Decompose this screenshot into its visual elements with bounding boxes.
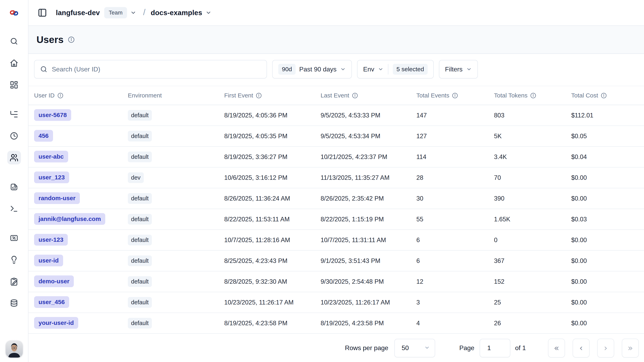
user-id-badge[interactable]: user-id — [34, 255, 63, 266]
total-tokens-cell: 0 — [494, 236, 571, 244]
project-chevron-down-icon[interactable] — [206, 10, 212, 16]
total-events-cell: 12 — [416, 278, 494, 285]
last-event-cell: 8/19/2025, 4:23:58 PM — [320, 320, 416, 327]
first-event-cell: 8/26/2025, 11:36:24 AM — [224, 195, 320, 202]
user-id-badge[interactable]: your-user-id — [34, 317, 78, 329]
table-row[interactable]: user-5678 default 8/19/2025, 4:05:36 PM … — [28, 105, 644, 126]
project-name[interactable]: docs-examples — [150, 9, 202, 17]
last-event-cell: 9/30/2025, 2:54:48 PM — [320, 278, 416, 285]
first-event-cell: 8/19/2025, 3:36:27 PM — [224, 153, 320, 161]
page-number-input[interactable] — [480, 339, 510, 357]
next-page-button[interactable]: › — [597, 338, 614, 357]
sidebar-item-scores[interactable] — [7, 231, 21, 245]
table-row[interactable]: your-user-id default 8/19/2025, 4:23:58 … — [28, 313, 644, 334]
rows-per-page-label: Rows per page — [345, 344, 388, 352]
table-row[interactable]: user_123 dev 10/6/2025, 3:16:12 PM 11/13… — [28, 167, 644, 188]
last-event-cell: 9/1/2025, 3:51:43 PM — [320, 257, 416, 264]
table-row[interactable]: 456 default 8/19/2025, 4:05:35 PM 9/5/20… — [28, 126, 644, 147]
date-range-button[interactable]: 90d Past 90 days — [272, 60, 352, 79]
table-row[interactable]: user-id default 8/25/2025, 4:23:43 PM 9/… — [28, 251, 644, 271]
org-chevron-down-icon[interactable] — [130, 10, 136, 16]
sidebar-item-users[interactable] — [7, 151, 21, 164]
sidebar-item-search[interactable] — [7, 34, 21, 48]
search-input[interactable] — [52, 66, 261, 73]
content: 90d Past 90 days Env 5 selected Filters — [28, 54, 644, 362]
prev-page-button[interactable]: ‹ — [572, 338, 590, 357]
table-row[interactable]: user-123 default 10/7/2025, 11:28:16 AM … — [28, 230, 644, 251]
sidebar-item-tracing[interactable] — [7, 107, 21, 121]
table-body: user-5678 default 8/19/2025, 4:05:36 PM … — [28, 105, 644, 334]
user-id-badge[interactable]: user-5678 — [34, 109, 71, 121]
sessions-icon — [10, 132, 18, 140]
table-row[interactable]: demo-user default 8/28/2025, 9:32:30 AM … — [28, 271, 644, 292]
filters-button[interactable]: Filters — [439, 60, 478, 79]
user-id-badge[interactable]: user_123 — [34, 172, 69, 183]
sidebar-item-home[interactable] — [7, 56, 21, 70]
env-filter-button[interactable]: Env 5 selected — [357, 60, 434, 79]
org-name[interactable]: langfuse-dev — [56, 9, 100, 17]
page-group: Page of 1 — [459, 339, 526, 357]
column-header: First Event — [224, 92, 320, 99]
column-info-icon[interactable] — [58, 93, 63, 99]
app-root: langfuse-dev Team / docs-examples Users — [0, 0, 644, 362]
column-info-icon[interactable] — [452, 93, 458, 99]
scores-icon — [10, 234, 18, 242]
column-header: Last Event — [320, 92, 416, 99]
column-info-icon[interactable] — [530, 93, 536, 99]
environment-badge: default — [128, 297, 152, 308]
environment-badge: default — [128, 152, 152, 162]
sidebar-nav — [0, 26, 28, 318]
sidebar-toggle-icon[interactable] — [37, 8, 48, 18]
table-row[interactable]: random-user default 8/26/2025, 11:36:24 … — [28, 188, 644, 209]
column-header: User ID — [34, 92, 128, 99]
total-events-cell: 127 — [416, 133, 494, 140]
sidebar-item-annotation[interactable] — [7, 275, 21, 288]
environment-badge: default — [128, 214, 152, 225]
column-info-icon[interactable] — [256, 93, 262, 99]
total-tokens-cell: 152 — [494, 278, 571, 285]
user-id-badge[interactable]: user-abc — [34, 151, 68, 162]
total-events-cell: 6 — [416, 257, 494, 264]
total-events-cell: 147 — [416, 112, 494, 119]
tracing-icon — [10, 110, 18, 118]
user-id-badge[interactable]: 456 — [34, 130, 53, 142]
user-id-badge[interactable]: jannik@langfuse.com — [34, 213, 105, 225]
total-tokens-cell: 390 — [494, 195, 571, 202]
total-tokens-cell: 1.65K — [494, 216, 571, 223]
first-event-cell: 8/25/2025, 4:23:43 PM — [224, 257, 320, 264]
user-id-badge[interactable]: demo-user — [34, 275, 74, 287]
user-avatar[interactable] — [6, 340, 23, 357]
total-cost-cell: $0.05 — [571, 133, 638, 140]
sidebar-item-evaluators[interactable] — [7, 253, 21, 266]
filter-bar: 90d Past 90 days Env 5 selected Filters — [28, 54, 644, 79]
table-row[interactable]: user_456 default 10/23/2025, 11:26:17 AM… — [28, 292, 644, 313]
table-row[interactable]: user-abc default 8/19/2025, 3:36:27 PM 1… — [28, 147, 644, 167]
last-page-button[interactable]: » — [622, 338, 639, 357]
sidebar — [0, 0, 28, 362]
total-cost-cell: $0.00 — [571, 236, 638, 244]
user-id-badge[interactable]: user_456 — [34, 296, 69, 308]
page-title-info-icon[interactable] — [68, 36, 74, 43]
first-page-button[interactable]: « — [548, 338, 565, 357]
sidebar-item-dashboards[interactable] — [7, 78, 21, 92]
table-row[interactable]: jannik@langfuse.com default 8/22/2025, 1… — [28, 209, 644, 230]
column-header-label: First Event — [224, 92, 253, 99]
sidebar-item-sessions[interactable] — [7, 129, 21, 143]
main-area: langfuse-dev Team / docs-examples Users — [28, 0, 644, 362]
user-id-badge[interactable]: user-123 — [34, 234, 68, 246]
rows-per-page-value: 50 — [402, 344, 409, 352]
column-header-label: Last Event — [320, 92, 349, 99]
rows-per-page-select[interactable]: 50 — [394, 339, 435, 357]
sidebar-item-datasets[interactable] — [7, 296, 21, 310]
sidebar-item-playground[interactable] — [7, 202, 21, 215]
column-info-icon[interactable] — [352, 93, 358, 99]
first-event-cell: 8/19/2025, 4:05:36 PM — [224, 112, 320, 119]
total-cost-cell: $0.00 — [571, 278, 638, 285]
date-range-chevron-down-icon — [340, 66, 346, 72]
top-header: langfuse-dev Team / docs-examples — [28, 0, 644, 26]
user-id-badge[interactable]: random-user — [34, 192, 80, 204]
column-info-icon[interactable] — [601, 93, 607, 99]
sidebar-item-prompts[interactable] — [7, 180, 21, 194]
playground-icon — [10, 204, 18, 213]
langfuse-logo[interactable] — [0, 0, 28, 26]
